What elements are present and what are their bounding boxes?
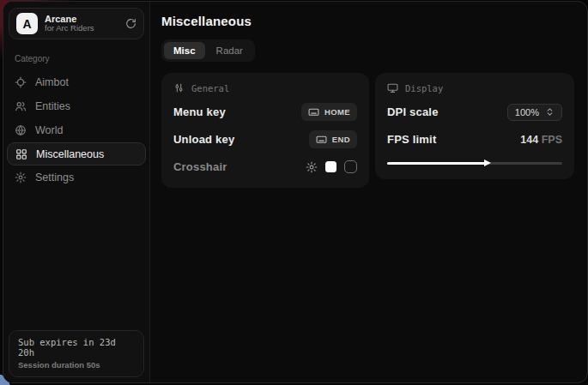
fps-limit-row: FPS limit 144 FPS (387, 130, 562, 148)
chevrons-up-down-icon (545, 107, 555, 117)
menu-key-row: Menu key HOME (173, 103, 357, 121)
main-content: Miscellaneous Misc Radar General Menu ke… (150, 2, 587, 382)
app-subtitle: for Arc Riders (45, 24, 94, 33)
menu-key-label: Menu key (173, 105, 226, 118)
monitor-icon (387, 82, 398, 93)
users-icon (15, 100, 27, 112)
globe-icon (15, 124, 27, 136)
unload-key-row: Unload key END (173, 130, 357, 148)
slider-fill (387, 162, 485, 165)
sidebar: A Arcane for Arc Riders Category Aimbot (3, 2, 150, 382)
sliders-icon (173, 82, 185, 93)
fps-limit-slider[interactable] (387, 159, 562, 167)
crosshair-settings-gear-icon[interactable] (306, 161, 318, 173)
sidebar-item-label: Settings (35, 171, 74, 183)
unload-key-bind-button[interactable]: END (309, 130, 357, 148)
sidebar-item-miscellaneous[interactable]: Miscellaneous (7, 142, 146, 165)
category-label: Category (15, 54, 138, 63)
sidebar-item-label: World (35, 124, 63, 136)
slider-thumb[interactable] (484, 159, 491, 166)
sidebar-item-label: Entities (35, 100, 70, 112)
sync-icon[interactable] (125, 18, 136, 29)
keyboard-icon (316, 134, 327, 145)
tab-bar: Misc Radar (161, 39, 255, 62)
sidebar-item-world[interactable]: World (3, 118, 149, 142)
sidebar-item-settings[interactable]: Settings (3, 165, 149, 189)
crosshair-row: Crosshair (173, 158, 357, 176)
sidebar-item-label: Aimbot (35, 76, 69, 88)
sidebar-item-aimbot[interactable]: Aimbot (3, 70, 149, 94)
dpi-scale-row: DPI scale 100% (387, 103, 562, 121)
sidebar-nav: Aimbot Entities World (3, 70, 149, 189)
crosshair-label: Crosshair (173, 160, 227, 173)
tab-misc[interactable]: Misc (164, 42, 205, 59)
unload-key-label: Unload key (173, 133, 234, 146)
dpi-scale-select[interactable]: 100% (507, 104, 562, 121)
fps-limit-label: FPS limit (387, 133, 436, 146)
general-card: General Menu key HOME Unload key (161, 73, 369, 188)
dpi-scale-label: DPI scale (387, 105, 439, 118)
display-card: Display DPI scale 100% FPS limit (375, 73, 574, 179)
menu-key-value: HOME (324, 107, 350, 117)
subscription-card: Sub expires in 23d 20h Session duration … (9, 330, 144, 377)
gear-icon (15, 171, 27, 183)
sub-expiry-text: Sub expires in 23d 20h (18, 337, 135, 358)
crosshair-color-swatch[interactable] (325, 161, 336, 172)
crosshair-toggle-checkbox[interactable] (344, 160, 357, 173)
sidebar-item-entities[interactable]: Entities (3, 94, 149, 118)
app-window: A Arcane for Arc Riders Category Aimbot (3, 1, 588, 383)
card-title: General (191, 83, 229, 93)
sidebar-item-label: Miscellaneous (36, 148, 104, 160)
app-logo: A (16, 13, 38, 34)
session-duration-text: Session duration 50s (18, 360, 135, 370)
card-title: Display (405, 83, 443, 93)
crosshair-icon (15, 76, 27, 88)
brand-card: A Arcane for Arc Riders (9, 8, 144, 39)
tab-radar[interactable]: Radar (207, 42, 252, 59)
keyboard-icon (308, 106, 319, 117)
grid-icon (15, 148, 27, 160)
menu-key-bind-button[interactable]: HOME (301, 103, 357, 121)
unload-key-value: END (332, 135, 350, 144)
dpi-scale-value: 100% (515, 107, 539, 117)
page-title: Miscellaneous (161, 14, 574, 28)
fps-limit-value: 144 FPS (520, 134, 562, 146)
